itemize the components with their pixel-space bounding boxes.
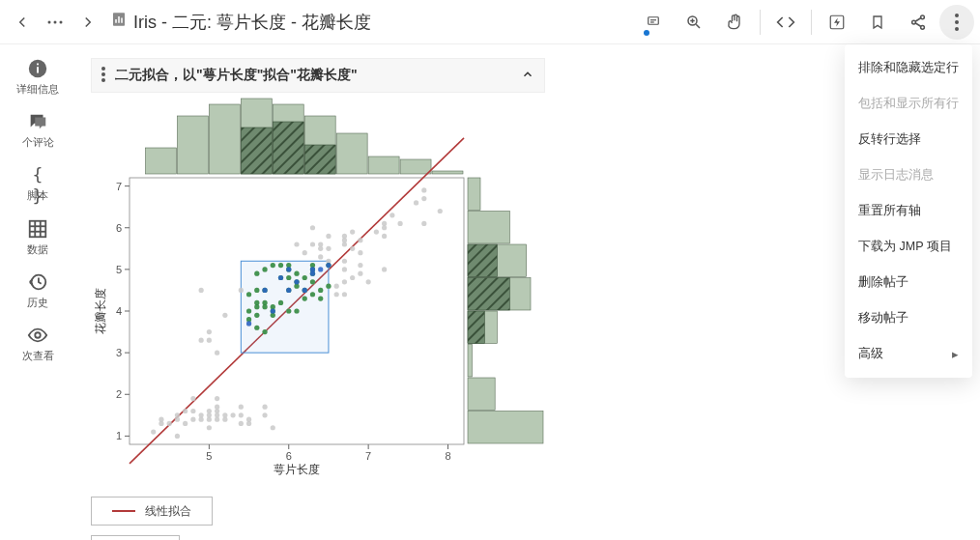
- svg-point-238: [294, 308, 299, 313]
- bivariate-chart[interactable]: 56781234567萼片长度花瓣长度: [91, 93, 545, 479]
- bookmark-tool[interactable]: [858, 3, 897, 42]
- scatter-plot-svg[interactable]: 56781234567萼片长度花瓣长度: [91, 93, 545, 479]
- rail-data[interactable]: 数据: [10, 213, 66, 262]
- svg-point-261: [303, 288, 307, 293]
- toolbar-separator: [811, 10, 812, 35]
- svg-point-201: [382, 267, 387, 271]
- forward-button[interactable]: [72, 6, 104, 39]
- menu-show-log: 显示日志消息: [845, 157, 972, 193]
- menu-delete-post[interactable]: 删除帖子: [845, 265, 972, 300]
- svg-point-214: [246, 292, 251, 297]
- menu-download-jmp[interactable]: 下载为 JMP 项目: [845, 229, 972, 265]
- svg-rect-53: [468, 345, 472, 378]
- svg-rect-38: [145, 148, 176, 174]
- svg-point-246: [310, 279, 315, 284]
- more-menu-button[interactable]: [939, 5, 974, 40]
- menu-advanced[interactable]: 高级▸: [845, 336, 972, 372]
- svg-point-193: [350, 246, 355, 251]
- legend-label: 线性拟合: [145, 503, 191, 520]
- rail-data-label: 数据: [27, 243, 48, 256]
- fit-dropdown[interactable]: 线性拟合: [91, 535, 180, 540]
- svg-point-208: [421, 221, 426, 226]
- svg-point-126: [246, 417, 251, 422]
- zoom-tool[interactable]: [675, 3, 713, 42]
- panel-heading-text: 二元拟合，以"萼片长度"拟合"花瓣长度": [115, 67, 358, 84]
- svg-point-255: [262, 288, 267, 293]
- svg-point-91: [159, 417, 163, 422]
- svg-point-210: [421, 187, 426, 192]
- svg-point-103: [199, 338, 204, 343]
- svg-point-185: [342, 292, 347, 297]
- code-tool[interactable]: [766, 3, 805, 42]
- svg-point-121: [239, 421, 244, 426]
- doc-title-text: Iris - 二元: 萼片长度 - 花瓣长度: [133, 11, 371, 34]
- svg-point-264: [318, 267, 323, 271]
- svg-rect-60: [468, 212, 509, 244]
- svg-point-225: [262, 267, 267, 271]
- svg-point-196: [358, 263, 362, 268]
- svg-text:2: 2: [116, 388, 122, 400]
- rail-scripts[interactable]: { } 脚本: [10, 158, 66, 208]
- panel-header[interactable]: 二元拟合，以"萼片长度"拟合"花瓣长度": [91, 58, 545, 93]
- svg-point-177: [318, 242, 323, 246]
- svg-point-183: [334, 292, 339, 297]
- context-menu: 排除和隐藏选定行 包括和显示所有行 反转行选择 显示日志消息 重置所有轴 下载为…: [845, 44, 972, 378]
- rail-history[interactable]: 历史: [10, 266, 66, 315]
- svg-point-108: [207, 409, 212, 413]
- svg-point-116: [215, 351, 219, 355]
- svg-rect-40: [209, 104, 240, 174]
- svg-point-2: [60, 20, 63, 23]
- rail-info[interactable]: 详细信息: [10, 52, 66, 101]
- svg-point-244: [303, 275, 307, 280]
- menu-invert-selection[interactable]: 反转行选择: [845, 122, 972, 157]
- document-icon: [110, 11, 128, 33]
- svg-point-96: [183, 421, 187, 426]
- pan-tool[interactable]: [715, 3, 754, 42]
- chevron-up-icon[interactable]: [521, 68, 534, 84]
- svg-point-34: [101, 72, 105, 76]
- rail-views[interactable]: 次查看: [10, 319, 66, 368]
- svg-point-235: [286, 275, 291, 280]
- back-button[interactable]: [6, 6, 39, 39]
- svg-text:3: 3: [116, 347, 122, 358]
- rail-info-label: 详细信息: [16, 83, 59, 96]
- rail-comments-label: 个评论: [22, 136, 54, 149]
- svg-line-11: [696, 24, 700, 28]
- svg-rect-7: [649, 16, 659, 24]
- svg-rect-52: [468, 378, 495, 411]
- svg-point-98: [190, 417, 195, 422]
- svg-point-115: [215, 396, 219, 401]
- menu-move-post[interactable]: 移动帖子: [845, 300, 972, 336]
- fit-legend[interactable]: 线性拟合: [91, 497, 213, 526]
- svg-point-229: [271, 263, 275, 268]
- svg-point-175: [318, 254, 323, 259]
- svg-point-205: [389, 213, 394, 217]
- rail-comments[interactable]: 个评论: [10, 105, 66, 155]
- svg-point-102: [199, 412, 204, 417]
- rail-scripts-label: 脚本: [27, 189, 48, 202]
- svg-point-219: [254, 288, 259, 293]
- svg-point-89: [151, 429, 156, 434]
- svg-point-118: [222, 412, 227, 417]
- menu-reset-axes[interactable]: 重置所有轴: [845, 193, 972, 229]
- svg-point-35: [101, 78, 105, 82]
- share-tool[interactable]: [899, 3, 937, 42]
- svg-rect-46: [304, 145, 335, 174]
- svg-point-105: [207, 425, 212, 430]
- svg-point-124: [239, 288, 244, 293]
- svg-point-254: [246, 321, 251, 326]
- svg-text:7: 7: [116, 181, 122, 192]
- svg-point-33: [101, 67, 105, 71]
- svg-point-251: [318, 288, 323, 293]
- flash-tool[interactable]: [818, 3, 856, 42]
- legend-line-swatch: [112, 510, 135, 512]
- overflow-history-button[interactable]: [39, 6, 72, 39]
- menu-exclude-rows[interactable]: 排除和隐藏选定行: [845, 50, 972, 86]
- annotate-tool[interactable]: [634, 3, 673, 42]
- svg-point-161: [294, 242, 299, 246]
- panel-menu-icon[interactable]: [101, 67, 105, 85]
- svg-point-122: [239, 412, 244, 417]
- svg-point-258: [286, 288, 291, 293]
- svg-rect-50: [432, 171, 463, 174]
- chevron-right-icon: ▸: [952, 347, 959, 361]
